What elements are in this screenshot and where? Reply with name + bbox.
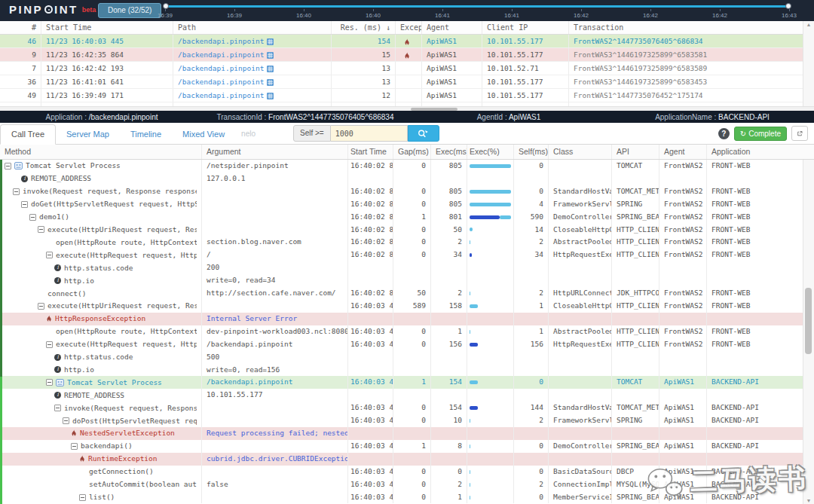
call-tree-scrollbar[interactable]: ▼ [803, 160, 814, 504]
help-button[interactable]: ? [718, 128, 730, 139]
scroll-up-icon[interactable]: ▲ [803, 21, 814, 28]
call-tree-row[interactable]: doGet(HttpServletRequest request, HttpSe… [0, 198, 814, 211]
column-header[interactable]: Client IP [482, 21, 569, 34]
transaction-row[interactable]: 911/23 16:42:35 864/backendapi.pinpoint1… [0, 48, 814, 62]
self-ms-cell: 0 [514, 440, 549, 453]
call-tree-row[interactable]: HttpResponseExceptionInternal Server Err… [0, 313, 814, 325]
call-tree-row[interactable]: demo1()16:40:02 8021801590DemoController… [0, 211, 814, 224]
path-link[interactable]: /backendapi.pinpoint [178, 91, 264, 99]
call-tree-row[interactable]: ihttp.iowrite=0, read=156 [0, 364, 814, 377]
call-tree-row[interactable]: connect()http://section.cafe.naver.com/1… [0, 287, 814, 300]
timeline-handle-left[interactable] [163, 3, 169, 9]
column-header[interactable]: Start Time [41, 21, 173, 34]
expand-icon[interactable] [63, 417, 69, 424]
inspect-icon[interactable] [267, 38, 274, 45]
expand-icon[interactable] [46, 341, 53, 348]
tab-timeline[interactable]: Timeline [120, 125, 172, 144]
expand-icon[interactable] [29, 214, 36, 221]
column-header[interactable]: Method [0, 145, 202, 159]
timeline-handle-right[interactable] [785, 3, 791, 9]
self-threshold-input[interactable] [331, 125, 408, 142]
nelo-link[interactable]: nelo [235, 124, 262, 144]
call-tree-row[interactable]: open(HttpRoute route, HttpContext contex… [0, 236, 814, 249]
inspect-icon[interactable] [267, 52, 274, 59]
call-tree-row[interactable]: getConnection()16:40:03 446000BasicDataS… [0, 466, 814, 478]
call-tree-row[interactable]: RuntimeExceptioncubrid.jdbc.driver.CUBRI… [0, 453, 814, 466]
column-header[interactable]: Agent [422, 21, 482, 34]
column-header[interactable]: Agent [659, 145, 707, 159]
expand-icon[interactable] [46, 379, 53, 386]
expand-icon[interactable] [38, 226, 44, 233]
expand-icon[interactable] [46, 252, 53, 258]
expand-icon[interactable] [21, 201, 28, 208]
search-button[interactable] [408, 125, 439, 142]
method-name: http.status.code [64, 351, 133, 363]
transaction-row[interactable]: 3611/23 16:41:01 641/backendapi.pinpoint… [0, 75, 814, 89]
timeline-tick: 16:39 [152, 9, 178, 19]
open-in-new-button[interactable] [791, 126, 808, 141]
complete-button[interactable]: ↻ Complete [734, 127, 787, 141]
expand-icon[interactable] [71, 443, 78, 450]
timeline-slider[interactable] [166, 5, 788, 8]
path-link[interactable]: /backendapi.pinpoint [178, 78, 264, 86]
tab-server-map[interactable]: Server Map [56, 125, 120, 144]
inspect-icon[interactable] [267, 93, 274, 99]
scrollbar-thumb[interactable] [805, 288, 812, 354]
tab-call-tree[interactable]: Call Tree [0, 124, 56, 145]
call-tree-row[interactable]: setAutoCommit(boolean autoCommitFlag)fal… [0, 478, 814, 491]
transaction-row[interactable]: 711/23 16:42:42 193/backendapi.pinpoint1… [0, 62, 814, 75]
transaction-row[interactable]: 4911/23 16:39:49 171/backendapi.pinpoint… [0, 89, 814, 102]
call-tree-row[interactable]: Tomcat Servlet Process/backendapi.pinpoi… [0, 376, 814, 389]
expand-icon[interactable] [38, 303, 44, 310]
call-tree-row[interactable]: list()16:40:03 448010MemberServiceImplSP… [0, 491, 814, 504]
call-tree-row[interactable]: NestedServletExceptionRequest processing… [0, 427, 814, 440]
column-header[interactable]: # [0, 21, 41, 34]
column-header[interactable]: Argument [202, 145, 348, 159]
call-tree-row[interactable]: execute(HttpRequest request, HttpClientC… [0, 338, 814, 351]
column-header[interactable]: Application [707, 145, 800, 159]
method-cell: execute(HttpRequest request, HttpClientC… [0, 338, 202, 351]
call-tree-row[interactable]: ihttp.status.code500 [0, 351, 814, 364]
expand-icon[interactable] [5, 163, 11, 170]
path-link[interactable]: /backendapi.pinpoint [178, 37, 264, 45]
transactions-scrollbar[interactable]: ▲ [803, 21, 814, 106]
scroll-down-icon[interactable]: ▼ [803, 498, 814, 503]
call-tree-row[interactable]: ihttp.iowrite=0, read=34 [0, 274, 814, 287]
self-ms-cell [514, 427, 549, 440]
call-tree-row[interactable]: iREMOTE_ADDRESS10.101.55.177 [0, 389, 814, 402]
expand-icon[interactable] [79, 494, 86, 501]
column-header[interactable]: Res. (ms) ↓ [332, 21, 396, 34]
column-header[interactable]: Exec(ms) [431, 145, 467, 159]
start-time-cell [348, 261, 393, 274]
column-header[interactable]: Self(ms) [514, 145, 549, 159]
expand-icon[interactable] [54, 405, 61, 411]
column-header[interactable]: Gap(ms) [393, 145, 431, 159]
call-tree-row[interactable]: open(HttpRoute route, HttpContext contex… [0, 325, 814, 338]
call-tree-row[interactable]: execute(HttpUriRequest request, Response… [0, 300, 814, 313]
path-link[interactable]: /backendapi.pinpoint [178, 64, 264, 72]
column-header[interactable]: Transaction [569, 21, 803, 34]
column-header[interactable]: Class [549, 145, 612, 159]
inspect-icon[interactable] [267, 66, 274, 72]
call-tree-row[interactable]: ihttp.status.code200 [0, 261, 814, 274]
inspect-icon[interactable] [267, 79, 274, 86]
column-header[interactable]: Exec(%) [467, 145, 514, 159]
transaction-row[interactable]: 4611/23 16:40:03 445/backendapi.pinpoint… [0, 35, 814, 48]
column-header[interactable]: Start Time [348, 145, 393, 159]
application-cell: FRONT-WEB [707, 236, 800, 249]
call-tree-row[interactable]: execute(HttpRequest request, HttpClientC… [0, 249, 814, 261]
expand-icon[interactable] [13, 188, 20, 195]
column-header[interactable]: API [612, 145, 659, 159]
column-header[interactable]: Exception [396, 21, 422, 34]
call-tree-row[interactable]: doPost(HttpServletRequest request, HttpS… [0, 414, 814, 427]
column-header[interactable]: Path [173, 21, 332, 34]
call-tree-row[interactable]: invoke(Request request, Response respons… [0, 185, 814, 198]
call-tree-row[interactable]: backendapi()16:40:03 446180DemoControlle… [0, 440, 814, 453]
call-tree-row[interactable]: invoke(Request request, Response respons… [0, 402, 814, 414]
application-cell [707, 453, 800, 466]
path-link[interactable]: /backendapi.pinpoint [178, 50, 264, 59]
tab-mixed-view[interactable]: Mixed View [172, 125, 235, 144]
call-tree-row[interactable]: Tomcat Servlet Process/netspider.pinpoin… [0, 160, 814, 173]
call-tree-row[interactable]: iREMOTE_ADDRESS127.0.0.1 [0, 173, 814, 185]
call-tree-row[interactable]: execute(HttpUriRequest request, Response… [0, 224, 814, 237]
